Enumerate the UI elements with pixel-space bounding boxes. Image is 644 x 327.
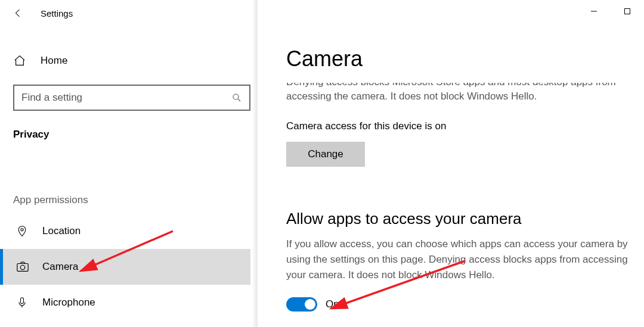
sidebar-item-camera[interactable]: Camera — [0, 249, 250, 285]
sidebar-item-label: Camera — [42, 261, 78, 273]
window-controls — [577, 0, 644, 23]
toggle-knob — [305, 299, 315, 310]
home-icon — [13, 54, 27, 67]
sidebar-item-label: Location — [42, 225, 80, 237]
allow-apps-description: If you allow access, you can choose whic… — [286, 236, 632, 283]
svg-point-2 — [233, 94, 239, 99]
search-input[interactable] — [21, 92, 231, 104]
sidebar-item-location[interactable]: Location — [0, 213, 250, 249]
sidebar-item-microphone[interactable]: Microphone — [0, 285, 250, 320]
svg-line-3 — [238, 99, 240, 101]
toggle-state-label: On — [326, 298, 339, 310]
partial-description: Denying access blocks Microsoft Store ap… — [286, 75, 638, 104]
location-icon — [16, 225, 30, 237]
sidebar: Home Privacy App permissions Location — [0, 26, 258, 327]
minimize-button[interactable] — [577, 0, 611, 23]
window-title: Settings — [41, 8, 73, 18]
back-button[interactable] — [13, 8, 24, 18]
microphone-icon — [16, 296, 30, 309]
home-nav[interactable]: Home — [13, 46, 250, 75]
maximize-button[interactable] — [611, 0, 644, 23]
home-label: Home — [41, 55, 67, 67]
page-title: Camera — [286, 46, 638, 71]
device-access-status: Camera access for this device is on — [286, 120, 638, 132]
camera-icon — [16, 261, 30, 273]
svg-point-4 — [21, 228, 23, 231]
search-box[interactable] — [13, 85, 250, 111]
sidebar-item-label: Microphone — [42, 297, 95, 309]
svg-rect-5 — [17, 264, 28, 272]
search-icon — [231, 92, 242, 103]
svg-rect-1 — [625, 9, 630, 14]
allow-apps-toggle[interactable] — [286, 297, 317, 312]
svg-point-6 — [20, 265, 24, 269]
titlebar: Settings — [0, 0, 644, 26]
main-panel: Camera Denying access blocks Microsoft S… — [258, 26, 644, 327]
category-heading: Privacy — [13, 129, 250, 141]
allow-apps-heading: Allow apps to access your camera — [286, 210, 638, 228]
change-button[interactable]: Change — [286, 142, 365, 167]
group-label: App permissions — [13, 194, 250, 206]
svg-rect-7 — [21, 298, 24, 304]
